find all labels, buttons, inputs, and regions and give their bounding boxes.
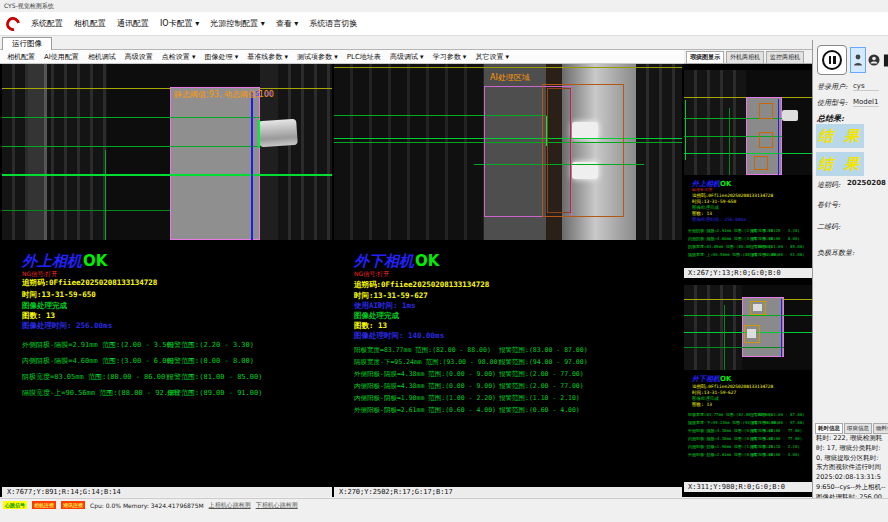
measure-value: 内侧阳极-隔膜=4.38mm 范围:(0.00 - 9.00) — [354, 382, 496, 390]
mini-defect-blob — [747, 329, 756, 338]
menu-camera-config[interactable]: 相机配置 — [74, 18, 106, 29]
menu-light-config[interactable]: 光源控制配置 ▾ — [210, 18, 265, 29]
left-frame-count: 图数: 13 — [22, 311, 55, 321]
measurement-row: 内侧阳极-隔膜=4.38mm 范围:(0.00 - 9.00) 报警范围:(2.… — [354, 382, 659, 391]
left-camera-name: 外上相机 — [22, 252, 82, 270]
top-camera-heartbeat-link[interactable]: 上相机心跳检测 — [209, 501, 251, 510]
exit-button[interactable] — [882, 47, 888, 73]
login-user-button[interactable] — [850, 47, 866, 73]
left-trace-code: 追朔码:0Ffiiee20250208133134728 — [22, 278, 157, 288]
mini-view-top-image[interactable] — [684, 70, 812, 175]
mini-defect-box — [750, 301, 766, 315]
mini-bottom-pixel-readout: X:311;Y:980;R:0;G:0;B:0 — [684, 482, 812, 492]
measure-value: 阴极宽度=83.05mm 范围:(80.00 - 86.00) — [22, 373, 169, 381]
mini-time: 时间:13-31-59-650 — [692, 199, 736, 204]
right-far-stripes — [636, 64, 682, 240]
bottom-camera-heartbeat-link[interactable]: 下相机心跳检测 — [256, 501, 298, 510]
separator-region-box — [170, 87, 260, 240]
tool-spot-check[interactable]: 点检设置 ▾ — [162, 52, 196, 62]
tool-test-params[interactable]: 测试项参数 ▾ — [297, 52, 338, 62]
tool-other-settings[interactable]: 其它设置 ▾ — [475, 52, 509, 62]
mini-alarm: 报警范围:(89.00 - 91.00) — [750, 252, 805, 257]
tab-edge-line — [258, 120, 260, 148]
mini-bg-stripes — [684, 70, 746, 175]
mini-alarm: 报警范围:(83.00 - 87.00) — [750, 412, 805, 417]
mini-defect-box — [754, 156, 768, 170]
operator-icon — [868, 54, 880, 66]
right-process-time: 图像处理时间: 140.00ms — [354, 331, 444, 341]
side-tab-monitor-cameras[interactable]: 监控两相机 — [766, 51, 804, 63]
side-tab-outer-cameras[interactable]: 外机两相机 — [726, 51, 764, 63]
user-icon — [853, 53, 863, 67]
tool-baseline-params[interactable]: 基准线参数 ▾ — [247, 52, 288, 62]
right-camera-image[interactable]: AI处理区域 — [334, 64, 682, 240]
window-title: CYS-视觉检测系统 — [0, 0, 888, 12]
mini-defect-box — [759, 103, 773, 119]
right-bg-stripes — [334, 64, 484, 240]
mini-blue-line — [778, 99, 779, 175]
mini-view-top-info: 外上相机OK NG信号:打开 追朔码:0Ffiiee20250208133134… — [684, 175, 812, 268]
mini-view-bottom-image[interactable] — [684, 285, 812, 370]
mini-blue-line — [781, 299, 782, 357]
edge-line — [251, 92, 253, 240]
operator-button[interactable] — [866, 47, 882, 73]
side-tab-defect-image[interactable]: 瑕疵图显示 — [686, 51, 724, 63]
left-camera-result: OK — [83, 252, 107, 270]
info-tabs: 耗时信息 瑕疵信息 物料信息 — [815, 423, 888, 434]
total-result-label: 总结果: — [817, 113, 844, 124]
mini-top-pixel-readout: X:267;Y:13;R:0;G:0;B:0 — [684, 268, 812, 278]
pause-button[interactable] — [817, 45, 847, 75]
mini-alarm: 报警范围:(2.00 - 77.00) — [750, 436, 802, 441]
tool-learning-params[interactable]: 学习参数 ▾ — [433, 52, 467, 62]
menu-view[interactable]: 查看 ▾ — [276, 18, 299, 29]
tool-advanced-settings[interactable]: 高级设置 — [125, 52, 153, 62]
tool-camera-config[interactable]: 相机配置 — [7, 52, 35, 62]
measure-value: 隔膜宽度-下=95.24mm 范围:(93.00 - 98.00) — [354, 358, 501, 366]
tab-run-image[interactable]: 运行图像 — [2, 37, 52, 51]
left-camera-image[interactable]: 5, 88 静态阈值:93, 动态阈值:100 — [2, 64, 332, 240]
threshold-overlay-text: 静态阈值:93, 动态阈值:100 — [174, 89, 274, 100]
mini-time: 时间:13-31-59-627 — [692, 390, 736, 395]
roi-orange-inner-rect — [547, 88, 571, 213]
mini-alarm: 报警范围:(2.20 - 3.30) — [750, 228, 800, 233]
right-camera-panel: AI处理区域 外下相机OK NG信号:打开 追朔码:0Ffiiee2025020… — [334, 64, 682, 497]
mini-defect-box — [744, 325, 760, 343]
measure-value: 外侧阳极-隔膜=4.38mm 范围:(0.00 - 9.00) — [354, 370, 496, 378]
tab-row: 运行图像 — [0, 36, 888, 50]
toolbar: 相机配置 AI使用配置 相机调试 高级设置 点检设置 ▾ 图像处理 ▾ 基准线参… — [0, 50, 684, 64]
menu-system-config[interactable]: 系统配置 — [31, 18, 63, 29]
left-right-stripes — [278, 64, 332, 240]
trace-value: 20250208 — [847, 179, 886, 187]
tool-plc-address[interactable]: PLC地址表 — [347, 52, 381, 62]
side-panel: 瑕疵图显示 外机两相机 监控两相机 外上相机OK NG信号:打开 追朔码: — [684, 50, 812, 497]
login-user-label: 登录用户: — [817, 82, 847, 92]
tool-image-processing[interactable]: 图像处理 ▾ — [205, 52, 239, 62]
app-logo-icon — [3, 14, 22, 33]
right-ai-time: 使用AI时间: 1ms — [354, 301, 416, 311]
pause-icon — [822, 50, 842, 70]
alarm-range: 报警范围:(94.00 - 97.00) — [499, 358, 588, 367]
tool-camera-debug[interactable]: 相机调试 — [88, 52, 116, 62]
tool-advanced-debug[interactable]: 高级调试 ▾ — [390, 52, 424, 62]
heartbeat-badge: 心跳信号 — [3, 501, 27, 509]
measurement-row: 外侧阳极-阴极=2.61mm 范围:(0.60 - 4.00) 报警范围:(0.… — [354, 406, 659, 415]
mini-alarm: 报警范围:(81.00 - 85.00) — [750, 244, 805, 249]
mini-view-bottom-info: 外下相机OK 追朔码:0Ffiiee20250208133134728 时间:1… — [684, 370, 812, 482]
measurement-row: 外侧阴极-隔膜=2.91mm 范围:(2.00 - 3.50) 报警范围:(2.… — [22, 340, 327, 350]
mini-alarm: 报警范围:(0.00 - 8.00) — [750, 236, 800, 241]
left-pixel-readout: X:7677;Y:891;R:14;G:14;B:14 — [2, 487, 332, 497]
right-pixel-readout: X:270;Y:2502;R:17;G:17;B:17 — [334, 487, 682, 497]
tab-blob — [258, 119, 298, 148]
info-tab-material[interactable]: 物料信息 — [873, 423, 888, 434]
left-bright-edge — [44, 64, 47, 240]
menu-comm-config[interactable]: 通讯配置 — [117, 18, 149, 29]
measurement-row: 外侧阳极-隔膜=4.38mm 范围:(0.00 - 9.00) 报警范围:(2.… — [354, 370, 659, 379]
mini-bg-stripes — [684, 285, 742, 370]
info-tab-defect[interactable]: 瑕疵信息 — [844, 423, 872, 434]
menu-language-switch[interactable]: 系统语言切换 — [309, 18, 357, 29]
mini-bottom-result: OK — [720, 375, 731, 383]
info-tab-timing[interactable]: 耗时信息 — [815, 423, 843, 434]
tool-ai-config[interactable]: AI使用配置 — [44, 52, 79, 62]
mini-measure-row: 外侧阳极-阴极=2.61mm 范围:(0.60 - 4.00) 报警范围:(0.… — [688, 452, 810, 457]
menu-io-config[interactable]: IO卡配置 ▾ — [160, 18, 199, 29]
